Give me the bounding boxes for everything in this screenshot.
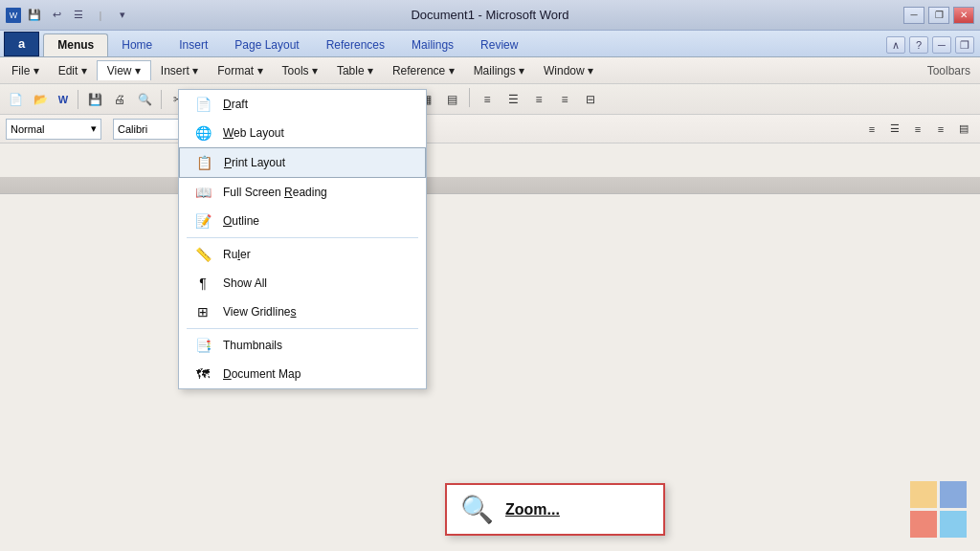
gridlines-icon: ⊞	[192, 303, 213, 320]
view-menu-ruler[interactable]: 📏 Ruler	[179, 240, 426, 269]
minimize-button[interactable]: ─	[903, 7, 924, 24]
style-dropdown[interactable]: Normal ▾	[6, 119, 101, 140]
menu-window[interactable]: Window ▾	[534, 60, 603, 81]
save-btn[interactable]: 💾	[83, 88, 106, 111]
menu-tools[interactable]: Tools ▾	[273, 60, 327, 81]
ribbon-right-buttons: ∧ ? ─ ❐	[886, 36, 980, 56]
undo-quick-btn[interactable]: ↩	[47, 7, 66, 24]
view-menu-document-map[interactable]: 🗺 Document Map	[179, 360, 426, 388]
view-menu-gridlines[interactable]: ⊞ View Gridlines	[179, 298, 426, 326]
ruler-icon: 📏	[192, 246, 213, 263]
preview-btn[interactable]: 🔍	[133, 88, 156, 111]
zoom-label: Zoom...	[505, 501, 560, 518]
menu-sep-1	[187, 237, 418, 238]
menu-view[interactable]: View ▾	[97, 60, 151, 80]
print-btn[interactable]: 🖨	[108, 88, 131, 111]
restore-button[interactable]: ❐	[928, 7, 949, 24]
ribbon-tab-references[interactable]: References	[313, 34, 398, 56]
word-icon-toolbar: W	[54, 88, 73, 111]
toolbars-label: Toolbars	[927, 64, 980, 77]
swatch-lightblue	[940, 511, 967, 538]
menu-mailings[interactable]: Mailings ▾	[464, 60, 534, 81]
indent-btn[interactable]: ⊟	[579, 88, 602, 111]
help-btn[interactable]: ?	[909, 36, 928, 54]
menu-format[interactable]: Format ▾	[208, 60, 272, 81]
view-menu-show-all[interactable]: ¶ Show All	[179, 269, 426, 298]
ribbon-tab-menus[interactable]: Menus	[43, 33, 108, 56]
format-bar: Normal ▾ Calibri ▾ | x₂ x² A A Aa▾ A▾ ⬛▾…	[0, 115, 980, 143]
outline-icon: 📝	[192, 212, 213, 230]
bullets-quick-btn[interactable]: ☰	[69, 7, 88, 24]
align-center-btn[interactable]: ☰	[501, 88, 524, 111]
ribbon-tab-page-layout[interactable]: Page Layout	[221, 34, 312, 56]
classic-menu-bar: File ▾ Edit ▾ View ▾ Insert ▾ Format ▾ T…	[0, 57, 980, 84]
align-left-btn[interactable]: ≡	[476, 88, 499, 111]
menu-sep-2	[187, 328, 418, 329]
justify-format[interactable]: ≡	[930, 119, 951, 140]
paragraph-align-toolbar: ≡ ☰ ≡ ≡ ▤	[861, 119, 974, 140]
draft-icon: 📄	[192, 96, 213, 113]
special-format[interactable]: ▤	[953, 119, 974, 140]
zoom-popup[interactable]: 🔍 Zoom...	[445, 483, 665, 536]
ribbon-tab-special[interactable]: a	[4, 32, 39, 56]
toolbar-area: 📄 📂 W 💾 🖨 🔍 ✂ 📋 📎 ↩ ↩ ↪ 🌐 🔗 ⊞ ▦ ▤ ≡ ☰ ≡ …	[0, 84, 980, 115]
view-menu-draft[interactable]: 📄 Draft	[179, 90, 426, 119]
align-left-format[interactable]: ≡	[861, 119, 882, 140]
minimize-ribbon-btn[interactable]: ─	[932, 36, 951, 54]
view-menu-full-screen[interactable]: 📖 Full Screen Reading	[179, 178, 426, 207]
menu-edit[interactable]: Edit ▾	[49, 60, 97, 81]
view-menu-thumbnails[interactable]: 📑 Thumbnails	[179, 331, 426, 360]
ribbon-tab-insert[interactable]: Insert	[166, 34, 221, 56]
ruler	[0, 177, 980, 194]
expand-ribbon-btn[interactable]: ∧	[886, 36, 905, 54]
align-right-format[interactable]: ≡	[907, 119, 928, 140]
swatch-blue	[940, 481, 967, 508]
color-swatches	[910, 481, 967, 538]
title-bar: W 💾 ↩ ☰ | ▾ Document1 - Microsoft Word ─…	[0, 0, 980, 31]
save-quick-btn[interactable]: 💾	[25, 7, 44, 24]
separator-quick: |	[91, 7, 110, 24]
table3-btn[interactable]: ▤	[440, 88, 463, 111]
justify-btn[interactable]: ≡	[553, 88, 576, 111]
print-layout-icon: 📋	[193, 154, 214, 171]
view-menu-print-layout[interactable]: 📋 Print Layout	[179, 147, 426, 178]
document-map-icon: 🗺	[192, 365, 213, 383]
close-button[interactable]: ✕	[953, 7, 974, 24]
customizer-quick-btn[interactable]: ▾	[113, 7, 132, 24]
word-icon: W	[6, 8, 21, 23]
align-right-btn[interactable]: ≡	[527, 88, 550, 111]
align-center-format[interactable]: ☰	[884, 119, 905, 140]
sep2	[161, 90, 162, 109]
sep1	[78, 90, 78, 109]
zoom-icon: 🔍	[460, 494, 494, 525]
ribbon-tab-mailings[interactable]: Mailings	[398, 34, 467, 56]
menu-reference[interactable]: Reference ▾	[383, 60, 464, 81]
window-controls: ─ ❐ ✕	[903, 7, 974, 24]
full-screen-icon: 📖	[192, 184, 213, 201]
menu-insert[interactable]: Insert ▾	[151, 60, 208, 81]
ribbon-tabs: a Menus Home Insert Page Layout Referenc…	[0, 31, 980, 57]
sep5	[469, 88, 470, 107]
swatch-red	[910, 511, 937, 538]
window-title: Document1 - Microsoft Word	[411, 8, 568, 22]
view-dropdown-menu: 📄 Draft 🌐 Web Layout 📋 Print Layout 📖 Fu…	[178, 89, 427, 389]
title-bar-left: W 💾 ↩ ☰ | ▾	[6, 7, 132, 24]
view-menu-outline[interactable]: 📝 Outline	[179, 207, 426, 235]
ribbon-tab-home[interactable]: Home	[108, 34, 166, 56]
ribbon-tab-review[interactable]: Review	[467, 34, 531, 56]
show-all-icon: ¶	[192, 275, 213, 292]
view-menu-web-layout[interactable]: 🌐 Web Layout	[179, 119, 426, 147]
thumbnails-icon: 📑	[192, 337, 213, 354]
open-btn[interactable]: 📂	[29, 88, 52, 111]
restore-ribbon-btn[interactable]: ❐	[955, 36, 974, 54]
quick-access-toolbar: 💾 ↩ ☰ | ▾	[25, 7, 132, 24]
swatch-yellow	[910, 481, 937, 508]
new-btn[interactable]: 📄	[4, 88, 27, 111]
menu-file[interactable]: File ▾	[2, 60, 49, 81]
web-layout-icon: 🌐	[192, 124, 213, 142]
menu-table[interactable]: Table ▾	[327, 60, 383, 81]
